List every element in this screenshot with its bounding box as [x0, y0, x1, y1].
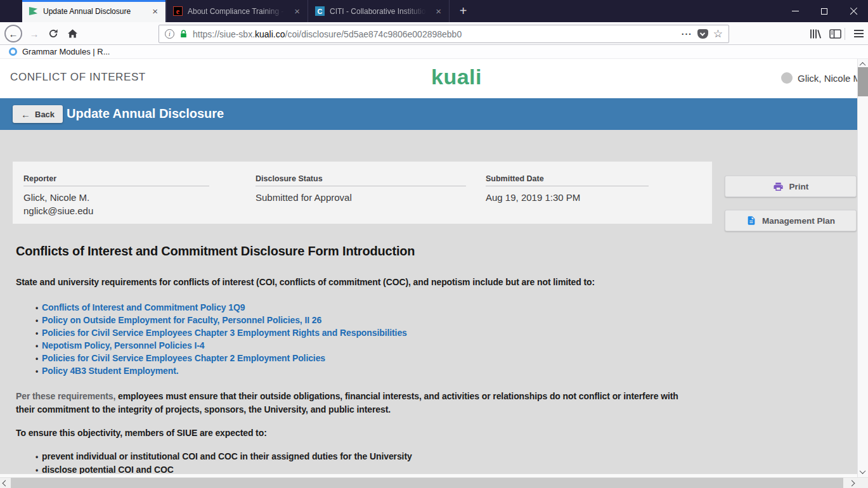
- horizontal-scrollbar[interactable]: [0, 477, 868, 488]
- minimize-button[interactable]: [781, 0, 810, 22]
- page-info-icon[interactable]: i: [165, 29, 174, 39]
- policy-link[interactable]: Policies for Civil Service Employees Cha…: [42, 353, 325, 363]
- menu-button[interactable]: [850, 25, 867, 42]
- policy-link[interactable]: Policies for Civil Service Employees Cha…: [42, 328, 407, 338]
- policy-link[interactable]: Policy on Outside Employment for Faculty…: [42, 315, 321, 325]
- browser-window: Update Annual Disclosure × e About Compl…: [0, 0, 868, 488]
- scroll-left-button[interactable]: [0, 478, 11, 488]
- tab-bar: Update Annual Disclosure × e About Compl…: [0, 0, 868, 22]
- chevron-left-icon: [3, 480, 9, 487]
- policy-link[interactable]: Conflicts of Interest and Commitment Pol…: [42, 302, 245, 312]
- url-subdomain: https://siue-sbx.: [193, 29, 255, 39]
- vertical-scrollbar[interactable]: [857, 59, 868, 477]
- tab-citi[interactable]: C CITI - Collaborative Institutiona ×: [309, 0, 450, 22]
- field-value: Submitted for Approval: [256, 191, 466, 204]
- section-heading: Conflicts of Interest and Commitment Dis…: [16, 244, 415, 259]
- kuali-favicon-icon: [29, 6, 38, 16]
- intro-paragraph: State and university requirements for co…: [16, 277, 595, 287]
- requirements-lead: Per these requirements,: [16, 391, 115, 401]
- reload-icon: [48, 29, 58, 39]
- scroll-right-button[interactable]: [846, 478, 857, 488]
- bookmarks-bar: Grammar Modules | R...: [0, 45, 868, 59]
- list-item: • Policy on Outside Employment for Facul…: [16, 315, 407, 328]
- user-menu[interactable]: Glick, Nicole M.: [781, 72, 857, 84]
- bullet-icon: •: [36, 329, 42, 338]
- horizontal-scrollbar-thumb[interactable]: [11, 478, 843, 488]
- reload-button[interactable]: [44, 25, 62, 42]
- field-value: Glick, Nicole M.: [23, 191, 209, 204]
- bullet-icon: •: [36, 466, 42, 475]
- list-item: • Policies for Civil Service Employees C…: [16, 328, 407, 340]
- new-tab-button[interactable]: +: [454, 2, 472, 20]
- page-title: Update Annual Disclosure: [67, 106, 224, 121]
- url-bar[interactable]: i https://siue-sbx.kuali.co/coi/disclosu…: [159, 25, 729, 43]
- back-button-label: Back: [35, 110, 55, 119]
- product-title: CONFLICT OF INTEREST: [10, 71, 146, 84]
- list-item: • Conflicts of Interest and Commitment P…: [16, 302, 407, 315]
- expectation-text: disclose potential COI and COC: [42, 465, 174, 475]
- sidebar-toggle-button[interactable]: [826, 25, 844, 42]
- summary-field-submitted-date: Submitted Date Aug 19, 2019 1:30 PM: [486, 174, 649, 204]
- policy-link[interactable]: Nepotism Policy, Personnel Policies I-4: [42, 340, 204, 350]
- bookmark-item[interactable]: Grammar Modules | R...: [22, 47, 110, 56]
- window-controls: [781, 0, 868, 22]
- requirements-rest: employees must ensure that their outside…: [16, 391, 678, 414]
- minimize-icon: [792, 11, 799, 12]
- summary-field-reporter: Reporter Glick, Nicole M. nglick@siue.ed…: [23, 174, 209, 217]
- url-domain: kuali.co: [255, 29, 285, 39]
- close-tab-icon[interactable]: ×: [151, 6, 159, 16]
- printer-icon: [773, 181, 784, 192]
- kuali-logo: kuali: [431, 65, 482, 89]
- policy-link-list: • Conflicts of Interest and Commitment P…: [16, 302, 407, 378]
- field-value: Aug 19, 2019 1:30 PM: [486, 191, 649, 204]
- tab-update-annual-disclosure[interactable]: Update Annual Disclosure ×: [22, 0, 165, 22]
- management-plan-button-label: Management Plan: [762, 216, 835, 226]
- back-button[interactable]: ←: [4, 25, 22, 42]
- url-text: https://siue-sbx.kuali.co/coi/disclosure…: [193, 29, 462, 39]
- close-tab-icon[interactable]: ×: [293, 6, 301, 16]
- maximize-button[interactable]: [810, 0, 839, 22]
- page-actions-icon[interactable]: ···: [682, 29, 692, 39]
- close-tab-icon[interactable]: ×: [434, 6, 443, 16]
- list-item: • prevent individual or institutional CO…: [16, 451, 412, 465]
- bullet-icon: •: [36, 367, 42, 376]
- print-button[interactable]: Print: [725, 176, 857, 197]
- home-icon: [67, 29, 78, 39]
- tab-title: CITI - Collaborative Institutiona: [330, 7, 429, 16]
- close-icon: [850, 7, 858, 15]
- disclosure-summary-panel: Reporter Glick, Nicole M. nglick@siue.ed…: [13, 162, 712, 224]
- https-lock-icon[interactable]: [179, 29, 188, 39]
- user-name: Glick, Nicole M.: [798, 73, 857, 84]
- requirements-paragraph: Per these requirements, employees must e…: [16, 390, 685, 416]
- list-item: • Policy 4B3 Student Employment.: [16, 366, 407, 378]
- tab-about-compliance-training[interactable]: e About Compliance Training - In ×: [166, 0, 308, 22]
- vertical-scrollbar-thumb[interactable]: [858, 67, 868, 96]
- forward-button[interactable]: →: [25, 25, 43, 42]
- home-button[interactable]: [63, 25, 81, 42]
- management-plan-button[interactable]: Management Plan: [725, 210, 857, 231]
- close-window-button[interactable]: [839, 0, 868, 22]
- field-label: Reporter: [23, 174, 209, 186]
- tab-title: About Compliance Training - In: [188, 7, 288, 16]
- print-button-label: Print: [789, 182, 809, 191]
- bookmark-star-icon[interactable]: ☆: [713, 29, 723, 39]
- compliance-e-favicon-icon: e: [173, 6, 183, 16]
- url-path: /coi/disclosure/5d5ae874c9806e002898ebb0: [285, 29, 462, 39]
- menu-icon: [854, 30, 864, 31]
- avatar: [781, 72, 793, 84]
- bullet-icon: •: [36, 316, 42, 325]
- toolbar-divider: [845, 28, 845, 40]
- expectation-text: prevent individual or institutional COI …: [42, 451, 412, 461]
- citi-c-favicon-icon: C: [315, 6, 325, 16]
- navigation-toolbar: ← → i https://siue-sbx.kuali.co/coi/disc…: [0, 22, 868, 45]
- bullet-icon: •: [36, 342, 42, 350]
- scroll-down-button[interactable]: [857, 466, 868, 477]
- library-button[interactable]: [806, 25, 824, 42]
- pocket-icon[interactable]: [697, 29, 708, 39]
- back-button-page[interactable]: ← Back: [13, 105, 63, 123]
- page-title-bar: ← Back Update Annual Disclosure: [0, 98, 857, 130]
- library-icon: [809, 29, 822, 39]
- pocket-chevron-icon: [700, 30, 705, 35]
- policy-link[interactable]: Policy 4B3 Student Employment.: [42, 366, 179, 376]
- page-viewport: CONFLICT OF INTEREST kuali Glick, Nicole…: [0, 59, 857, 477]
